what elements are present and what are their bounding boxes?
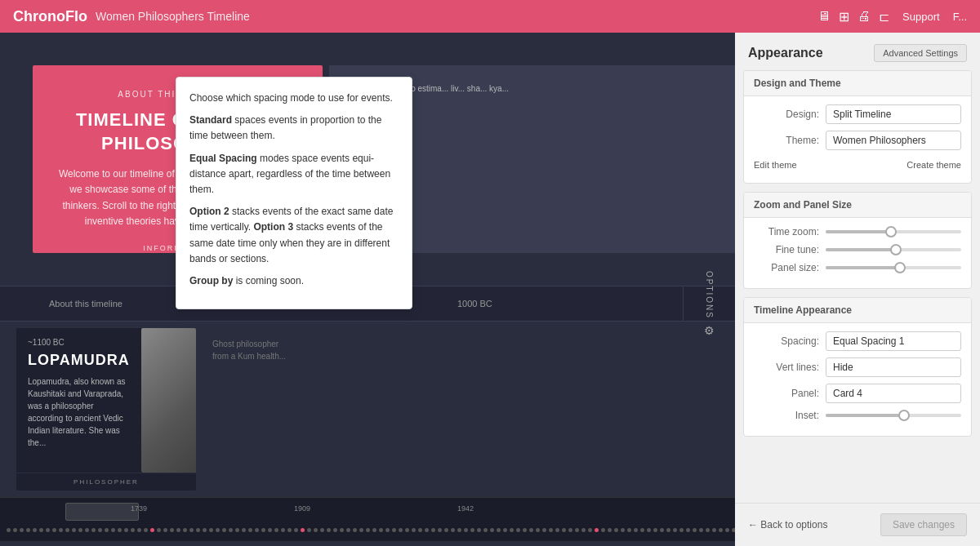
scrubber-dot <box>346 528 350 532</box>
inset-fill <box>826 414 904 417</box>
scrubber-dot <box>52 528 56 532</box>
scrubber-dot <box>614 528 618 532</box>
options-tab[interactable]: Options ⚙ <box>683 286 735 321</box>
tooltip-equal-bold: Equal Spacing <box>189 153 257 164</box>
scrubber-dot <box>595 528 599 532</box>
scrubber-dot <box>706 528 710 532</box>
scrubber-dot <box>732 528 735 532</box>
scrubber-dot <box>216 528 220 532</box>
scrubber-dot <box>444 528 448 532</box>
scrubber-dot <box>647 528 651 532</box>
scrubber-dot <box>85 528 89 532</box>
share-icon[interactable]: ⊏ <box>879 9 889 24</box>
scrubber-dot <box>333 528 337 532</box>
fine-tune-row: Fine tune: <box>754 244 961 255</box>
scrubber-dot <box>7 528 11 532</box>
scrubber-dot <box>490 528 494 532</box>
scrubber-dot <box>307 528 311 532</box>
save-changes-button[interactable]: Save changes <box>880 513 967 536</box>
ghost-card-text: Ghost philosopher from a Kum health... <box>212 338 291 362</box>
scrubber-dot <box>183 528 187 532</box>
scrubber-dot <box>314 528 318 532</box>
scrubber-dot <box>65 528 69 532</box>
timeline-appearance-section: Timeline Appearance Spacing: Equal Spaci… <box>743 297 972 437</box>
scrubber-dot <box>157 528 161 532</box>
lopamudra-date: ~1100 BC <box>28 338 130 347</box>
scrubber-year-1909: 1909 <box>294 504 310 513</box>
scrubber-dot <box>131 528 135 532</box>
zoom-panel-title: Zoom and Panel Size <box>744 193 971 218</box>
scrubber-dot <box>699 528 703 532</box>
spacing-value[interactable]: Equal Spacing 1 <box>826 331 961 351</box>
scrubber-dot <box>229 528 233 532</box>
support-link[interactable]: Support <box>902 11 940 23</box>
scrubber-dot <box>372 528 376 532</box>
inset-label: Inset: <box>754 410 819 421</box>
scrubber-dot <box>588 528 592 532</box>
scrubber-dot <box>26 528 30 532</box>
layout-icon[interactable]: ⊞ <box>839 9 849 24</box>
scrubber-dot <box>261 528 265 532</box>
theme-label: Theme: <box>754 135 819 146</box>
panel-size-thumb[interactable] <box>894 262 906 273</box>
create-theme-button[interactable]: Create theme <box>906 160 961 170</box>
scrubber-dot <box>385 528 390 532</box>
ghost-card: Ghost philosopher from a Kum health... <box>203 328 301 491</box>
scrubber-dot <box>477 528 481 532</box>
panel-size-track[interactable] <box>826 266 961 269</box>
scrubber-dot <box>379 528 383 532</box>
main-content: About this timeline Timeline of Women Ph… <box>0 33 980 546</box>
scrubber-dot <box>719 528 723 532</box>
scrubber-dot <box>281 528 285 532</box>
scrubber-dot <box>287 528 292 532</box>
scrubber-thumb[interactable] <box>65 503 139 521</box>
scrubber-dot <box>327 528 331 532</box>
brand-logo[interactable]: ChronoFlo <box>13 8 87 25</box>
panel-footer: ← Back to options Save changes <box>735 503 980 546</box>
design-field-row: Design: Split Timeline <box>754 104 961 124</box>
panel-title: Appearance <box>748 46 823 60</box>
panel-value[interactable]: Card 4 <box>826 384 961 403</box>
scrubber-dot <box>209 528 213 532</box>
timeline-scrubber[interactable]: 1739 1909 1942 <box>0 497 735 541</box>
scrubber-dot <box>196 528 200 532</box>
scrubber-dot <box>640 528 644 532</box>
panel-label: Panel: <box>754 388 819 399</box>
vert-lines-field-row: Vert lines: Hide <box>754 357 961 377</box>
lopamudra-card-text: ~1100 BC Lopamudra Lopamudra, also known… <box>16 328 141 473</box>
advanced-settings-button[interactable]: Advanced Settings <box>874 44 967 62</box>
edit-theme-button[interactable]: Edit theme <box>754 160 797 170</box>
print-icon[interactable]: 🖨 <box>858 9 871 24</box>
scrubber-dot <box>483 528 488 532</box>
theme-value[interactable]: Women Philosophers <box>826 131 961 150</box>
scrubber-dots <box>0 522 735 537</box>
scrubber-dot <box>176 528 180 532</box>
scrubber-dot <box>399 528 403 532</box>
scrubber-dot <box>137 528 141 532</box>
scrubber-dot <box>359 528 363 532</box>
fine-tune-thumb[interactable] <box>890 244 902 255</box>
scrubber-dot <box>353 528 357 532</box>
vert-lines-value[interactable]: Hide <box>826 357 961 377</box>
spacing-field-row: Spacing: Equal Spacing 1 <box>754 331 961 351</box>
inset-thumb[interactable] <box>898 410 910 421</box>
scrubber-dot <box>98 528 102 532</box>
ruler-label-about: About this timeline <box>49 299 122 309</box>
scrubber-dot <box>431 528 435 532</box>
monitor-icon[interactable]: 🖥 <box>817 9 831 24</box>
vert-lines-label: Vert lines: <box>754 362 819 373</box>
design-theme-section: Design and Theme Design: Split Timeline … <box>743 70 972 184</box>
back-to-options-link[interactable]: ← Back to options <box>748 519 827 530</box>
fine-tune-track[interactable] <box>826 248 961 251</box>
design-label: Design: <box>754 109 819 120</box>
time-zoom-thumb[interactable] <box>885 226 897 237</box>
time-zoom-track[interactable] <box>826 230 961 233</box>
scrubber-dot <box>150 528 154 532</box>
design-value[interactable]: Split Timeline <box>826 104 961 124</box>
menu-link[interactable]: F... <box>953 11 967 23</box>
inset-track[interactable] <box>826 414 961 417</box>
scrubber-dot <box>581 528 586 532</box>
scrubber-dot <box>412 528 416 532</box>
scrubber-dot <box>686 528 690 532</box>
lopamudra-card[interactable]: ~1100 BC Lopamudra Lopamudra, also known… <box>16 328 196 491</box>
